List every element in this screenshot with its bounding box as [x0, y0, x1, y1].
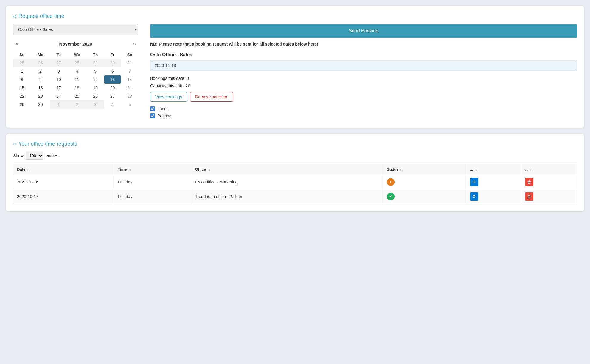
calendar-day[interactable]: 18• — [67, 84, 87, 92]
calendar-day[interactable]: 2• — [31, 67, 50, 75]
action-buttons: View bookings Remove selection — [150, 92, 577, 102]
sort-icon: ↑↓ — [27, 168, 30, 171]
calendar-day[interactable]: 10• — [50, 75, 67, 84]
calendar-day[interactable]: 30 — [104, 59, 121, 67]
calendar-day[interactable]: 25 — [13, 59, 31, 67]
cell-office: Oslo Office - Marketing — [191, 175, 383, 189]
table-column-header[interactable]: Date↑↓ — [13, 164, 114, 175]
calendar-grid: SuMoTuWeThFrSa 2526272829303112•3•4•5•6•… — [13, 51, 138, 109]
calendar-day[interactable]: 14 — [121, 75, 138, 84]
calendar-day[interactable]: 4• — [67, 67, 87, 75]
calendar-day[interactable]: 8 — [13, 75, 31, 84]
lunch-checkbox[interactable] — [150, 106, 155, 111]
requests-table: Date↑↓Time↑↓Office↑↓Status↑↓...↑↓...↑↓ 2… — [13, 164, 577, 204]
table-row: 2020-10-16Full dayOslo Office - Marketin… — [13, 175, 577, 189]
next-month-button[interactable]: » — [131, 40, 138, 48]
booking-details: Send Booking NB: Please note that a book… — [150, 24, 577, 121]
requests-card: Your office time requests Show 102550100… — [6, 134, 584, 211]
calendar-day[interactable]: 23• — [31, 92, 50, 100]
calendar-day[interactable]: 2 — [67, 100, 87, 109]
cell-date: 2020-10-17 — [13, 189, 114, 204]
calendar: « November 2020 » SuMoTuWeThFrSa 2526272… — [13, 40, 138, 109]
table-column-header[interactable]: ...↑↓ — [521, 164, 577, 175]
send-booking-button[interactable]: Send Booking — [150, 24, 577, 38]
calendar-day[interactable]: 28 — [67, 59, 87, 67]
calendar-day[interactable]: 30 — [31, 100, 50, 109]
calendar-day[interactable]: 24• — [50, 92, 67, 100]
sort-icon: ↑↓ — [530, 168, 533, 171]
calendar-day[interactable]: 7 — [121, 67, 138, 75]
sort-icon: ↑↓ — [474, 168, 478, 171]
calendar-day[interactable]: 4 — [104, 100, 121, 109]
calendar-day[interactable]: 22 — [13, 92, 31, 100]
outlook-icon[interactable]: O — [470, 192, 478, 201]
table-column-header[interactable]: Status↑↓ — [383, 164, 466, 175]
cell-time: Full day — [114, 189, 191, 204]
bookings-this-date: Bookings this date: 0 Capacity this date… — [150, 75, 577, 90]
calendar-day[interactable]: 25• — [67, 92, 87, 100]
calendar-day[interactable]: 9• — [31, 75, 50, 84]
cell-delete: 🗑 — [521, 175, 577, 189]
calendar-day[interactable]: 3• — [50, 67, 67, 75]
sort-icon: ↑↓ — [207, 168, 210, 171]
remove-selection-button[interactable]: Remove selection — [190, 92, 233, 102]
calendar-day-header: We — [67, 51, 87, 59]
calendar-day[interactable]: 26• — [87, 92, 104, 100]
calendar-day[interactable]: 28 — [121, 92, 138, 100]
selected-date-display: 2020-11-13 — [150, 60, 577, 71]
calendar-day[interactable]: 29 — [13, 100, 31, 109]
calendar-day[interactable]: 15 — [13, 84, 31, 92]
calendar-day[interactable]: 3 — [87, 100, 104, 109]
calendar-day[interactable]: 27 — [50, 59, 67, 67]
booking-note: NB: Please note that a booking request w… — [150, 41, 577, 47]
table-column-header[interactable]: ...↑↓ — [466, 164, 521, 175]
calendar-day[interactable]: 1 — [13, 67, 31, 75]
calendar-day[interactable]: 31 — [121, 59, 138, 67]
entries-label: entries — [46, 153, 58, 158]
parking-row: Parking — [150, 113, 577, 118]
show-label: Show — [13, 153, 24, 158]
outlook-icon[interactable]: O — [470, 178, 478, 186]
calendar-day-header: Mo — [31, 51, 50, 59]
prev-month-button[interactable]: « — [13, 40, 21, 48]
status-badge: i — [387, 178, 395, 186]
calendar-day[interactable]: 13 — [104, 75, 121, 84]
calendar-day[interactable]: 29 — [87, 59, 104, 67]
table-column-header[interactable]: Time↑↓ — [114, 164, 191, 175]
calendar-day[interactable]: 5 — [121, 100, 138, 109]
delete-icon[interactable]: 🗑 — [525, 192, 533, 201]
calendar-day[interactable]: 19• — [87, 84, 104, 92]
cell-outlook: O — [466, 189, 521, 204]
calendar-day[interactable]: 20 — [104, 84, 121, 92]
cell-date: 2020-10-16 — [13, 175, 114, 189]
lunch-row: Lunch — [150, 106, 577, 111]
office-select[interactable]: Oslo Office - SalesOslo Office - Marketi… — [13, 24, 138, 35]
sort-icon: ↑↓ — [400, 168, 403, 171]
delete-icon[interactable]: 🗑 — [525, 178, 533, 186]
table-column-header[interactable]: Office↑↓ — [191, 164, 383, 175]
status-badge: ✓ — [387, 193, 395, 200]
calendar-day[interactable]: 26 — [31, 59, 50, 67]
calendar-day[interactable]: 17• — [50, 84, 67, 92]
calendar-day[interactable]: 12• — [87, 75, 104, 84]
requests-title: Your office time requests — [13, 141, 577, 147]
entries-row: Show 102550100 entries — [13, 152, 577, 160]
calendar-day[interactable]: 1 — [50, 100, 67, 109]
calendar-day[interactable]: 5• — [87, 67, 104, 75]
booking-title: Request office time — [13, 13, 577, 19]
calendar-day-header: Tu — [50, 51, 67, 59]
calendar-day-header: Sa — [121, 51, 138, 59]
cell-status: ✓ — [383, 189, 466, 204]
table-row: 2020-10-17Full dayTrondheim office - 2. … — [13, 189, 577, 204]
view-bookings-button[interactable]: View bookings — [150, 92, 187, 102]
calendar-day[interactable]: 11• — [67, 75, 87, 84]
cell-outlook: O — [466, 175, 521, 189]
calendar-day[interactable]: 16• — [31, 84, 50, 92]
parking-checkbox[interactable] — [150, 113, 155, 118]
entries-select[interactable]: 102550100 — [26, 152, 43, 160]
sort-icon: ↑↓ — [128, 168, 131, 171]
calendar-day[interactable]: 21 — [121, 84, 138, 92]
calendar-header: « November 2020 » — [13, 40, 138, 48]
calendar-day[interactable]: 27 — [104, 92, 121, 100]
calendar-day[interactable]: 6• — [104, 67, 121, 75]
